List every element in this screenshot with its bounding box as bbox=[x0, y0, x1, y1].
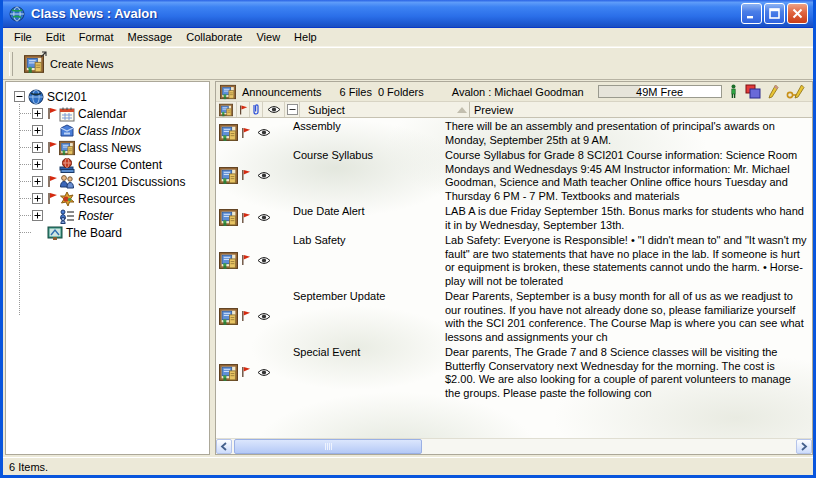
tree-label: SCI201 Discussions bbox=[78, 175, 185, 189]
pane-header: Announcements 6 Files 0 Folders Avalon :… bbox=[216, 82, 812, 102]
tree-item-roster[interactable]: Roster bbox=[6, 207, 209, 224]
news-item-icon bbox=[219, 251, 238, 270]
column-unread[interactable] bbox=[263, 102, 285, 117]
board-icon bbox=[47, 225, 63, 241]
toolbar-gripper[interactable] bbox=[9, 52, 13, 76]
news-item-icon bbox=[219, 363, 238, 382]
conference-globe-icon bbox=[28, 89, 44, 105]
message-row[interactable]: Course Syllabus Course Syllabus for Grad… bbox=[216, 147, 812, 203]
scrollbar-thumb[interactable] bbox=[234, 439, 422, 454]
window-title: Class News : Avalon bbox=[31, 6, 741, 21]
shared-layers-icon bbox=[745, 84, 761, 99]
message-row[interactable]: September Update Dear Parents, September… bbox=[216, 288, 812, 344]
column-attachment[interactable] bbox=[250, 102, 263, 117]
message-preview: LAB A is due Friday September 15th. Bonu… bbox=[441, 203, 812, 232]
menu-help[interactable]: Help bbox=[287, 29, 324, 45]
title-bar: Class News : Avalon bbox=[3, 0, 813, 28]
expand-box-icon[interactable] bbox=[32, 108, 43, 119]
expand-box-icon[interactable] bbox=[32, 176, 43, 187]
tree-item-course-content[interactable]: Course Content bbox=[6, 156, 209, 173]
server-user: Avalon : Michael Goodman bbox=[452, 86, 584, 98]
message-preview: Dear parents, The Grade 7 and 8 Science … bbox=[441, 344, 812, 400]
messages-pane: Announcements 6 Files 0 Folders Avalon :… bbox=[215, 81, 813, 455]
item-count: 6 Items. bbox=[9, 461, 48, 473]
subject-header-label: Subject bbox=[308, 104, 345, 116]
tree-label: Resources bbox=[78, 192, 135, 206]
tree-item-the-board[interactable]: The Board bbox=[6, 224, 209, 241]
flag-icon bbox=[47, 175, 58, 188]
news-icon bbox=[219, 103, 233, 117]
tree-item-class-news[interactable]: Class News bbox=[6, 139, 209, 156]
menu-view[interactable]: View bbox=[249, 29, 287, 45]
sort-indicator bbox=[454, 102, 470, 117]
flag-icon bbox=[241, 212, 251, 224]
course-content-icon bbox=[59, 157, 75, 173]
flag-icon bbox=[47, 107, 58, 120]
message-subject: Assembly bbox=[276, 118, 441, 147]
close-button[interactable] bbox=[787, 3, 808, 24]
tree-label: Roster bbox=[78, 209, 113, 223]
message-subject: Due Date Alert bbox=[276, 203, 441, 232]
column-subject[interactable]: Subject bbox=[300, 102, 454, 117]
news-item-icon bbox=[219, 123, 238, 142]
expand-box-icon[interactable] bbox=[32, 159, 43, 170]
scrollbar-track[interactable] bbox=[232, 439, 796, 454]
flag-icon bbox=[241, 254, 251, 266]
scroll-left-button[interactable] bbox=[216, 439, 232, 454]
folder-title: Announcements bbox=[242, 86, 322, 98]
menu-collaborate[interactable]: Collaborate bbox=[179, 29, 249, 45]
expand-box-icon[interactable] bbox=[32, 210, 43, 221]
free-space-label: 49M Free bbox=[636, 86, 683, 98]
menu-format[interactable]: Format bbox=[72, 29, 121, 45]
scroll-right-button[interactable] bbox=[796, 439, 812, 454]
minimize-button[interactable] bbox=[741, 3, 762, 24]
tree-label: Class News bbox=[78, 141, 141, 155]
tree-item-resources[interactable]: Resources bbox=[6, 190, 209, 207]
column-collapse-all[interactable] bbox=[285, 102, 300, 117]
flag-icon bbox=[239, 104, 248, 116]
tree-label: SCI201 bbox=[47, 90, 87, 104]
message-preview: There will be an assembly and presentati… bbox=[441, 118, 812, 147]
tree-item-sci201[interactable]: SCI201 bbox=[6, 88, 209, 105]
menu-edit[interactable]: Edit bbox=[39, 29, 72, 45]
create-news-button[interactable]: Create News bbox=[19, 50, 123, 78]
create-news-label: Create News bbox=[50, 58, 114, 70]
message-row[interactable]: Lab Safety Lab Safety: Everyone is Respo… bbox=[216, 232, 812, 288]
eye-icon bbox=[257, 368, 271, 377]
horizontal-scrollbar bbox=[216, 438, 812, 454]
message-subject: September Update bbox=[276, 288, 441, 344]
message-row[interactable]: Special Event Dear parents, The Grade 7 … bbox=[216, 344, 812, 400]
tree-item-sci201-discussions[interactable]: SCI201 Discussions bbox=[6, 173, 209, 190]
message-row[interactable]: Assembly There will be an assembly and p… bbox=[216, 118, 812, 147]
maximize-button[interactable] bbox=[764, 3, 785, 24]
tree-label: Calendar bbox=[78, 107, 127, 121]
tree-item-class-inbox[interactable]: Class Inbox bbox=[6, 122, 209, 139]
eye-icon bbox=[257, 312, 271, 321]
conference-tree: SCI201 Calendar bbox=[5, 81, 210, 455]
column-item-icon[interactable] bbox=[216, 102, 237, 117]
presence-person-icon bbox=[729, 84, 738, 99]
column-preview[interactable]: Preview bbox=[470, 102, 812, 117]
expand-box-icon[interactable] bbox=[32, 142, 43, 153]
menu-message[interactable]: Message bbox=[121, 29, 180, 45]
chevron-right-icon bbox=[800, 442, 808, 451]
message-subject: Lab Safety bbox=[276, 232, 441, 288]
tree-item-calendar[interactable]: Calendar bbox=[6, 105, 209, 122]
message-row[interactable]: Due Date Alert LAB A is due Friday Septe… bbox=[216, 203, 812, 232]
expand-box-icon[interactable] bbox=[32, 125, 43, 136]
collapse-box-icon[interactable] bbox=[14, 91, 25, 102]
message-list: Assembly There will be an assembly and p… bbox=[216, 118, 812, 438]
approve-key-pencil-icon bbox=[786, 84, 806, 99]
eye-icon bbox=[257, 256, 271, 265]
column-flag[interactable] bbox=[237, 102, 250, 117]
expand-box-icon[interactable] bbox=[32, 193, 43, 204]
folder-count: 0 Folders bbox=[378, 86, 424, 98]
preview-header-label: Preview bbox=[474, 104, 513, 116]
paperclip-icon bbox=[252, 103, 260, 116]
discussions-icon bbox=[59, 174, 75, 190]
flag-icon bbox=[241, 310, 251, 322]
flag-icon bbox=[47, 141, 58, 154]
inbox-icon bbox=[59, 123, 75, 139]
menu-bar: File Edit Format Message Collaborate Vie… bbox=[3, 28, 813, 47]
menu-file[interactable]: File bbox=[7, 29, 39, 45]
